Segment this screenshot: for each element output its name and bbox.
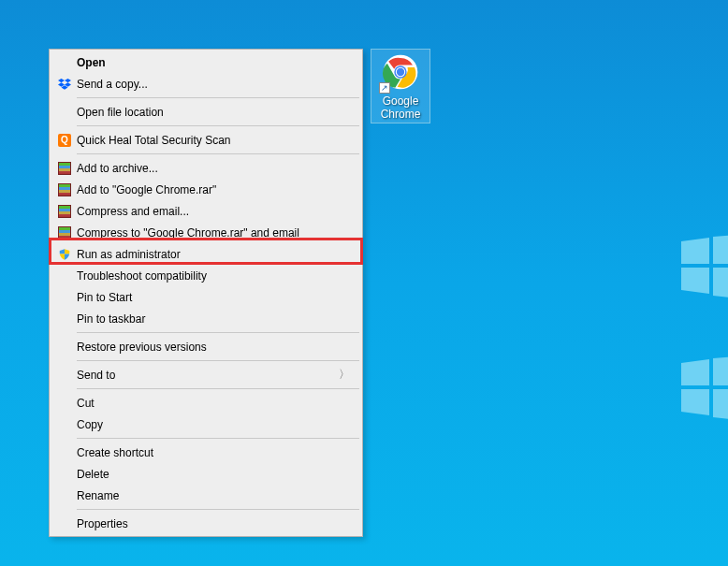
menu-create-shortcut-label: Create shortcut [75, 446, 354, 459]
menu-pin-to-taskbar-label: Pin to taskbar [75, 312, 354, 326]
svg-marker-5 [713, 356, 728, 385]
desktop-shortcut-label: Google Chrome [373, 94, 428, 121]
svg-marker-12 [58, 78, 65, 81]
menu-open-file-location[interactable]: Open file location [51, 101, 361, 123]
menu-separator [77, 97, 359, 98]
menu-delete[interactable]: Delete [51, 463, 361, 485]
desktop-shortcut-google-chrome[interactable]: ↗ Google Chrome [371, 49, 430, 123]
menu-send-copy[interactable]: Send a copy... [51, 73, 361, 94]
menu-rename[interactable]: Rename [51, 485, 361, 506]
menu-separator [77, 438, 359, 439]
menu-troubleshoot[interactable]: Troubleshoot compatibility [51, 265, 361, 286]
context-menu: Open Send a copy... Open file location Q… [49, 49, 363, 537]
menu-restore-previous[interactable]: Restore previous versions [51, 336, 361, 357]
menu-compress-email[interactable]: Compress and email... [51, 200, 361, 222]
svg-marker-4 [681, 359, 709, 385]
winrar-icon [54, 181, 75, 198]
menu-quick-heal-label: Quick Heal Total Security Scan [75, 134, 354, 147]
menu-delete-label: Delete [75, 468, 354, 481]
winrar-icon [54, 203, 75, 220]
menu-create-shortcut[interactable]: Create shortcut [51, 442, 361, 463]
shield-icon [54, 246, 75, 263]
dropbox-icon [54, 76, 75, 93]
menu-open-file-location-label: Open file location [75, 106, 354, 119]
menu-separator [77, 509, 359, 510]
menu-add-to-archive[interactable]: Add to archive... [51, 157, 361, 179]
svg-marker-2 [681, 268, 709, 294]
menu-separator [77, 125, 359, 126]
menu-separator [77, 153, 359, 154]
shortcut-arrow-icon: ↗ [379, 82, 390, 94]
menu-run-as-admin[interactable]: Run as administrator [51, 243, 361, 265]
menu-separator [77, 388, 359, 389]
svg-marker-7 [713, 389, 728, 421]
menu-separator [77, 360, 359, 361]
svg-marker-14 [58, 82, 65, 86]
svg-marker-15 [65, 82, 71, 86]
menu-send-copy-label: Send a copy... [75, 78, 354, 91]
menu-copy-label: Copy [75, 418, 354, 431]
menu-copy[interactable]: Copy [51, 414, 361, 435]
svg-marker-16 [62, 85, 68, 89]
winrar-icon [54, 160, 75, 177]
quick-heal-icon: Q [54, 132, 75, 149]
menu-add-to-rar-label: Add to "Google Chrome.rar" [75, 183, 354, 196]
menu-properties-label: Properties [75, 517, 354, 530]
menu-compress-to-rar-email-label: Compress to "Google Chrome.rar" and emai… [75, 226, 354, 239]
menu-add-to-archive-label: Add to archive... [75, 162, 354, 175]
chrome-icon: ↗ [380, 51, 421, 93]
menu-add-to-rar[interactable]: Add to "Google Chrome.rar" [51, 179, 361, 200]
menu-cut-label: Cut [75, 397, 354, 410]
menu-run-as-admin-label: Run as administrator [75, 248, 354, 261]
menu-send-to-label: Send to [75, 369, 339, 382]
svg-marker-13 [65, 78, 71, 81]
menu-pin-to-start[interactable]: Pin to Start [51, 286, 361, 308]
svg-marker-1 [713, 234, 728, 264]
windows-logo-decor-bottom-icon [681, 356, 728, 421]
menu-open[interactable]: Open [51, 51, 361, 73]
menu-properties[interactable]: Properties [51, 513, 361, 534]
menu-pin-to-taskbar[interactable]: Pin to taskbar [51, 308, 361, 329]
menu-pin-to-start-label: Pin to Start [75, 291, 354, 304]
menu-open-label: Open [75, 56, 354, 69]
svg-point-11 [397, 68, 404, 76]
menu-troubleshoot-label: Troubleshoot compatibility [75, 269, 354, 283]
menu-compress-email-label: Compress and email... [75, 205, 354, 218]
menu-restore-previous-label: Restore previous versions [75, 341, 354, 354]
windows-logo-decor-top-icon [681, 234, 728, 299]
svg-marker-0 [681, 238, 709, 264]
winrar-icon [54, 225, 75, 241]
menu-rename-label: Rename [75, 489, 354, 502]
menu-quick-heal-scan[interactable]: Q Quick Heal Total Security Scan [51, 129, 361, 151]
menu-cut[interactable]: Cut [51, 392, 361, 414]
menu-compress-to-rar-email[interactable]: Compress to "Google Chrome.rar" and emai… [51, 222, 361, 243]
menu-send-to[interactable]: Send to 〉 [51, 364, 361, 385]
svg-marker-6 [681, 389, 709, 415]
submenu-arrow-icon: 〉 [339, 367, 354, 383]
svg-marker-3 [713, 268, 728, 299]
menu-separator [77, 332, 359, 333]
